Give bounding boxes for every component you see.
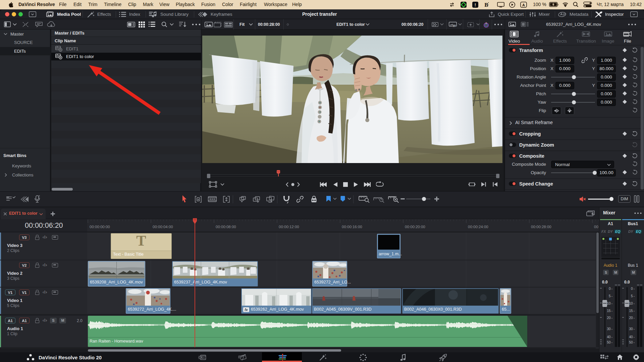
svg-text:!: ! <box>475 2 476 7</box>
svg-text:B: B <box>484 2 488 8</box>
svg-text:HQ: HQ <box>453 25 455 27</box>
svg-text:A: A <box>522 3 525 7</box>
